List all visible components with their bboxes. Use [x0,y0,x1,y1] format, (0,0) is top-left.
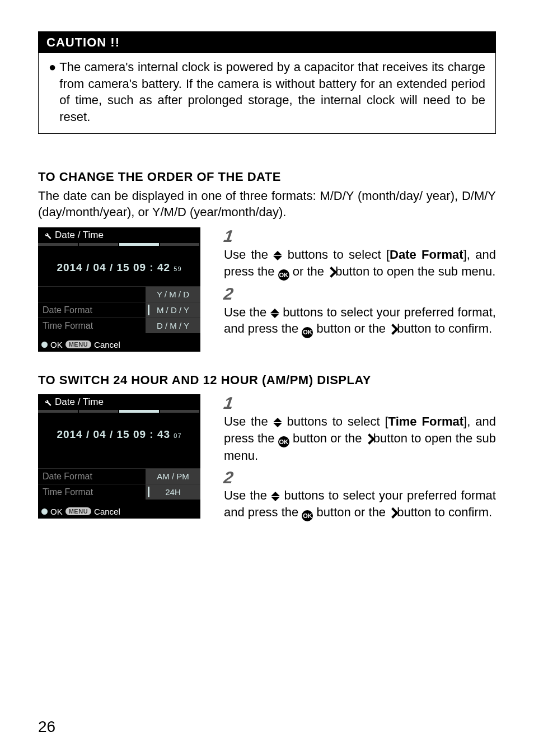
tab-segment [160,410,200,413]
tab-segment [79,410,119,413]
menu-pill: MENU [65,340,91,348]
right-arrow-icon [389,321,397,338]
up-down-icon [273,250,282,261]
step-1-text: Use the buttons to select [Date Format],… [224,246,496,281]
tab-segment [160,243,200,246]
caution-box: CAUTION !! ● The camera's internal clock… [38,31,496,134]
right-arrow-icon [366,431,373,447]
screen-title: Date / Time [55,396,104,408]
camera-screen-time-format: Date / Time 2014 / 04 / 15 09 : 43 07 Da… [38,394,200,519]
wrench-icon [43,398,51,407]
time-format-label: Time Format [38,484,146,500]
option-ampm[interactable]: AM / PM [146,469,200,484]
cancel-label: Cancel [94,340,120,349]
record-icon [41,508,48,515]
section-time-format-title: TO SWITCH 24 HOUR AND 12 HOUR (AM/PM) DI… [38,373,496,388]
step-2-text: Use the buttons to select your preferred… [224,304,496,338]
tab-segment [38,243,78,246]
option-mdy[interactable]: M / D / Y [146,302,200,318]
up-down-icon [273,417,282,428]
wrench-icon [43,231,51,240]
step-2-text: Use the buttons to select your preferred… [224,487,496,521]
ok-icon: OK [278,269,289,281]
screen-title: Date / Time [55,230,104,241]
screen-datetime: 2014 / 04 / 15 09 : 42 59 [38,246,200,286]
step-number-2: 2 [223,286,233,301]
up-down-icon [270,308,279,319]
ok-label: OK [50,507,63,516]
date-format-label: Date Format [38,469,146,484]
ok-icon: OK [302,327,313,338]
right-arrow-icon [327,264,335,281]
option-24h[interactable]: 24H [146,484,200,500]
up-down-icon [271,491,280,502]
camera-screen-date-format: Date / Time 2014 / 04 / 15 09 : 42 59 Y … [38,227,200,352]
option-dmy[interactable]: D / M / Y [146,318,200,333]
ok-icon: OK [278,436,289,447]
tab-segment-active [119,243,159,246]
step-number-2: 2 [223,470,233,485]
section-date-order-intro: The date can be displayed in one of thre… [38,188,496,221]
option-ymd[interactable]: Y / M / D [146,287,200,302]
tab-segment [79,243,119,246]
date-format-label: Date Format [38,302,146,318]
caution-header: CAUTION !! [39,32,495,53]
ok-icon: OK [302,510,313,521]
ok-label: OK [50,340,63,349]
section-date-order-title: TO CHANGE THE ORDER OF THE DATE [38,170,496,184]
step-1-text: Use the buttons to select [Time Format],… [224,413,496,464]
caution-text: The camera's internal clock is powered b… [59,59,485,125]
step-number-1: 1 [223,395,233,410]
screen-datetime: 2014 / 04 / 15 09 : 43 07 [38,413,200,453]
page-number: 26 [38,718,55,736]
time-format-label: Time Format [38,318,146,333]
menu-pill: MENU [65,507,91,515]
record-icon [41,342,48,348]
tab-segment [38,410,78,413]
cancel-label: Cancel [94,507,120,516]
right-arrow-icon [389,505,397,521]
tab-segment-active [119,410,159,413]
step-number-1: 1 [223,228,233,244]
bullet-icon: ● [49,59,56,125]
